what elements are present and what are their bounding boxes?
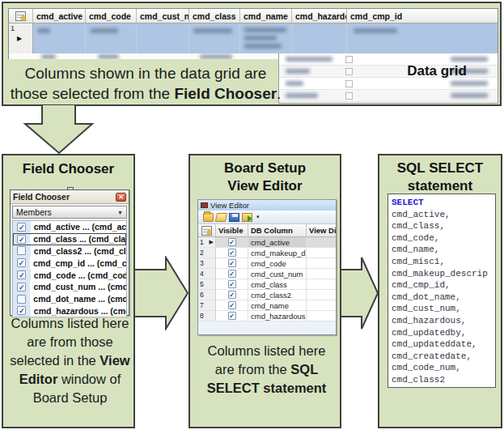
field-label: cmd_cust_num ... (cmd_c (30, 282, 126, 291)
field-chooser-item[interactable]: ✓ cmd_class ... (cmd_class) (13, 233, 126, 245)
field-checkbox[interactable]: ✓ (17, 258, 26, 267)
field-checkbox[interactable]: ✓ (17, 283, 26, 291)
db-column-cell: cmd_name (248, 300, 307, 310)
field-label: cmd_dot_name ... (cmd_d (30, 294, 126, 304)
visible-column-header[interactable]: Visible (216, 224, 248, 236)
toolbar-options-icon[interactable]: ▾ (256, 214, 260, 220)
data-grid-callout-box: cmd_activecmd_codecmd_cust_numcmd_classc… (2, 2, 502, 106)
row-selector[interactable]: 1 ▶ (9, 23, 33, 54)
visible-checkbox[interactable]: ✓ (228, 238, 236, 246)
sql-column-line: cmd_hazardous, (392, 315, 495, 327)
view-display-cell (307, 248, 336, 257)
redacted-cell (189, 23, 240, 54)
sql-select-callout-box: SQL SELECT statement SELECT cmd_active,c… (378, 154, 502, 428)
visible-checkbox[interactable]: ✓ (228, 312, 236, 320)
field-chooser-icon[interactable] (198, 224, 216, 236)
visible-checkbox[interactable]: ✓ (228, 259, 236, 267)
view-display-cell (307, 258, 336, 268)
view-editor-row[interactable]: 1▶ ✓ cmd_active (198, 237, 336, 248)
sql-column-line: cmd_updatedby, (392, 327, 495, 339)
chevron-down-icon: ▼ (117, 210, 123, 215)
field-chooser-item[interactable]: cmd_dot_name ... (cmd_d (13, 293, 126, 305)
field-chooser-callout-box: Field Chooser Field Chooser ✕ Members ▼ … (2, 154, 135, 428)
field-chooser-box-title: Field Chooser (3, 160, 133, 178)
column-header[interactable]: cmd_name (240, 9, 292, 23)
redacted-cell (347, 23, 498, 54)
right-arrow-2 (340, 256, 379, 330)
field-chooser-icon[interactable] (9, 9, 33, 23)
db-column-cell: cmd_class (248, 279, 307, 289)
field-checkbox[interactable] (17, 246, 26, 255)
window-resize-handle (67, 187, 74, 190)
sql-statement-panel: SELECT cmd_active,cmd_class,cmd_code,cmd… (388, 194, 496, 388)
column-header[interactable]: cmd_code (86, 9, 137, 23)
new-folder-icon[interactable] (203, 213, 214, 222)
field-label: cmd_code ... (cmd_code) (31, 270, 126, 280)
field-chooser-window: Field Chooser ✕ Members ▼ ✓ cmd_active .… (10, 189, 129, 316)
sql-column-line: cmd_active, (392, 209, 495, 221)
data-grid-header: cmd_activecmd_codecmd_cust_numcmd_classc… (9, 9, 498, 23)
row-number-cell: 2▶ (198, 248, 216, 257)
field-checkbox[interactable]: ✓ (17, 270, 26, 279)
column-header[interactable]: cmd_cmp_id (347, 9, 498, 23)
sql-column-line: cmd_misc1, (392, 256, 495, 268)
sql-box-title: SQL SELECT statement (379, 160, 501, 195)
open-folder-icon[interactable] (215, 213, 227, 222)
row-number-cell: 7▶ (198, 300, 216, 310)
view-editor-row[interactable]: 4▶ ✓ cmd_cust_num (198, 269, 336, 279)
row-number-cell: 8▶ (198, 311, 216, 321)
field-checkbox[interactable]: ✓ (17, 223, 26, 232)
view-editor-grid-header: Visible DB Column View Di (198, 224, 336, 237)
redacted-cell (240, 23, 292, 54)
sql-column-line: cmd_name, (392, 244, 495, 256)
field-checkbox[interactable] (17, 295, 26, 304)
column-header[interactable]: cmd_hazardous (292, 9, 347, 23)
visible-checkbox[interactable]: ✓ (228, 270, 236, 278)
data-grid: cmd_activecmd_codecmd_cust_numcmd_classc… (8, 8, 498, 55)
hazardous-checkbox[interactable] (345, 68, 353, 75)
export-icon[interactable] (242, 213, 252, 222)
view-editor-row[interactable]: 6▶ ✓ cmd_class2 (198, 290, 336, 300)
db-column-cell: cmd_class2 (248, 290, 307, 300)
view-editor-row[interactable]: 7▶ ✓ cmd_name (198, 300, 336, 311)
hazardous-checkbox[interactable] (345, 92, 353, 100)
hazardous-checkbox[interactable] (345, 56, 353, 63)
field-label: cmd_cmp_id ... (cmd_cmp (30, 258, 126, 268)
visible-checkbox[interactable]: ✓ (228, 291, 236, 299)
column-header[interactable]: cmd_cust_num (137, 9, 189, 23)
db-column-header[interactable]: DB Column (248, 224, 307, 236)
visible-checkbox[interactable]: ✓ (228, 280, 236, 288)
visible-checkbox[interactable]: ✓ (228, 301, 236, 309)
hazardous-checkbox[interactable] (345, 80, 353, 87)
visible-checkbox[interactable]: ✓ (228, 249, 236, 257)
field-chooser-item[interactable]: cmd_class2 ... (cmd_clas (13, 245, 126, 257)
db-column-cell: cmd_active (248, 237, 307, 247)
sql-column-line: cmd_createdate, (392, 351, 495, 363)
view-editor-row[interactable]: 8▶ ✓ cmd_hazardous (198, 311, 336, 321)
field-chooser-item[interactable]: ✓ cmd_code ... (cmd_code) (13, 269, 126, 281)
view-display-column-header[interactable]: View Di (307, 224, 336, 236)
field-checkbox[interactable]: ✓ (17, 235, 26, 244)
db-column-cell: cmd_code (248, 258, 307, 268)
row-pointer-icon: ▶ (17, 35, 22, 42)
field-chooser-list: ✓ cmd_active ... (cmd_activ ✓ cmd_class … (12, 220, 127, 317)
column-header[interactable]: cmd_class (189, 9, 240, 23)
close-icon[interactable]: ✕ (116, 193, 126, 202)
field-chooser-item[interactable]: ✓ cmd_active ... (cmd_activ (13, 221, 126, 233)
redacted-cell (86, 23, 137, 54)
field-chooser-item[interactable]: ✓ cmd_cust_num ... (cmd_c (13, 281, 126, 293)
view-display-cell (307, 300, 336, 310)
field-chooser-titlebar: Field Chooser ✕ (11, 190, 129, 204)
sql-column-line: cmd_updateddate, (392, 338, 495, 351)
view-editor-row[interactable]: 2▶ ✓ cmd_makeup_d... (198, 248, 336, 258)
members-dropdown[interactable]: Members ▼ (12, 206, 127, 219)
field-chooser-item[interactable]: ✓ cmd_cmp_id ... (cmd_cmp (13, 257, 126, 269)
view-editor-row[interactable]: 5▶ ✓ cmd_class (198, 279, 336, 290)
view-editor-row[interactable]: 3▶ ✓ cmd_code (198, 258, 336, 269)
sql-column-line: cmd_class, (392, 220, 495, 232)
save-icon[interactable] (229, 213, 239, 222)
data-grid-selected-row[interactable]: 1 ▶ (9, 23, 498, 54)
sql-column-line: cmd_cust_num, (392, 303, 495, 315)
column-header[interactable]: cmd_active (33, 9, 86, 23)
view-display-cell (307, 290, 336, 300)
